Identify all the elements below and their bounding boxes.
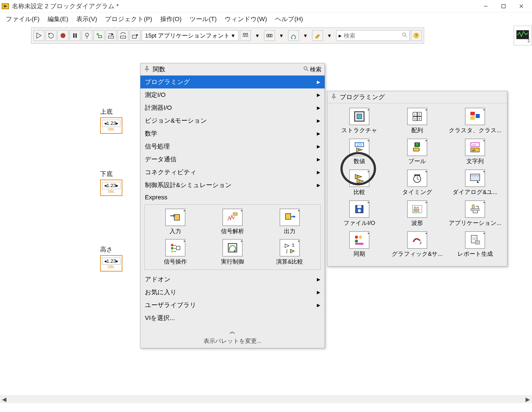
express-arith-compare[interactable]: Σ∫ 演算&比較 xyxy=(261,239,318,266)
search-input[interactable] xyxy=(344,32,400,39)
terminal-height[interactable]: 高さ ◀1.23▸ DBL xyxy=(100,245,125,272)
svg-text:3: 3 xyxy=(414,117,416,120)
block-diagram-canvas[interactable]: 上底 ◀1.23▸ DBL 下底 ◀1.23▸ DBL 高さ ◀1.23▸ DB… xyxy=(0,45,532,403)
menu-edit[interactable]: 編集(E) xyxy=(44,14,72,25)
express-signal-analysis[interactable]: 信号解析 xyxy=(204,209,261,235)
express-signal-manip[interactable]: 信号操作 xyxy=(147,239,204,266)
reorder-dropdown[interactable]: ▾ xyxy=(324,30,335,41)
cat-programming[interactable]: プログラミング▶ xyxy=(140,75,325,88)
pal-numeric[interactable]: 123+数値 xyxy=(330,139,388,165)
align-dropdown[interactable]: ▾ xyxy=(252,30,263,41)
pin-icon[interactable] xyxy=(330,93,337,101)
change-palette-link[interactable]: 表示パレットを変更... xyxy=(204,337,262,345)
cat-measurement-io[interactable]: 測定I/O▶ xyxy=(140,88,325,101)
distribute-dropdown[interactable]: ▾ xyxy=(276,30,287,41)
cleanup-dropdown[interactable]: ▾ xyxy=(300,30,311,41)
cat-control-sim[interactable]: 制御系設計&シミュレーション▶ xyxy=(140,179,325,192)
cat-connectivity[interactable]: コネクティビティ▶ xyxy=(140,166,325,179)
h-scrollbar[interactable]: ◀ ▶ xyxy=(0,395,532,403)
express-subpalette: 入力 信号解析 出力 信号操作 実行制御 Σ∫ 演算&比較 xyxy=(144,204,321,270)
reorder-button[interactable] xyxy=(312,30,323,41)
distribute-button[interactable] xyxy=(264,30,275,41)
search-field[interactable]: ▸ xyxy=(336,30,410,41)
svg-rect-63 xyxy=(470,116,475,120)
menu-window[interactable]: ウィンドウ(W) xyxy=(221,14,271,25)
pal-cluster[interactable]: クラスタ、クラス... xyxy=(446,108,504,134)
step-into-button[interactable] xyxy=(106,30,116,41)
pal-graphics[interactable]: ♪グラフィック&サ... xyxy=(388,231,446,258)
cat-signal-proc[interactable]: 信号処理▶ xyxy=(140,140,325,153)
pause-button[interactable] xyxy=(70,30,80,41)
chevron-right-icon: ▶ xyxy=(317,302,320,308)
terminal-upper-base[interactable]: 上底 ◀1.23▸ DBL xyxy=(100,108,125,134)
pal-waveform[interactable]: 波形 xyxy=(388,201,446,227)
maximize-button[interactable] xyxy=(495,0,513,12)
run-button[interactable] xyxy=(34,30,44,41)
cleanup-button[interactable] xyxy=(288,30,299,41)
svg-marker-15 xyxy=(112,33,114,36)
highlight-exec-button[interactable] xyxy=(82,30,92,41)
cat-math[interactable]: 数学▶ xyxy=(140,127,325,140)
font-selector[interactable]: 15pt アプリケーションフォント ▾ xyxy=(142,30,239,41)
menu-project[interactable]: プロジェクト(P) xyxy=(101,14,156,25)
pal-boolean[interactable]: Tブール xyxy=(388,139,446,165)
toolbar: 15pt アプリケーションフォント ▾ ▾ ▾ ▾ ▾ ▸ ? xyxy=(31,27,424,44)
express-output-icon xyxy=(280,209,300,226)
step-over-button[interactable] xyxy=(118,30,128,41)
scroll-right-button[interactable]: ▶ xyxy=(524,396,531,403)
chevron-right-icon: ▶ xyxy=(317,183,320,188)
cat-vision-motion[interactable]: ビジョン&モーション▶ xyxy=(140,114,325,127)
svg-rect-44 xyxy=(176,246,180,250)
minimize-button[interactable] xyxy=(477,0,495,12)
palette-search[interactable]: 検索 xyxy=(303,65,322,73)
retain-wire-button[interactable] xyxy=(94,30,104,41)
menu-view[interactable]: 表示(V) xyxy=(72,14,101,25)
express-input[interactable]: 入力 xyxy=(147,209,204,235)
subpalette-header: プログラミング xyxy=(327,91,507,103)
svg-text:∫: ∫ xyxy=(286,249,288,253)
array-icon: 1234 xyxy=(407,108,427,125)
pal-sync[interactable]: 同期 xyxy=(330,231,388,258)
abort-button[interactable] xyxy=(58,30,68,41)
svg-rect-82 xyxy=(414,174,420,176)
scroll-left-button[interactable]: ◀ xyxy=(1,396,8,403)
svg-marker-19 xyxy=(136,34,138,37)
pal-comparison[interactable]: =>比較 xyxy=(330,170,388,196)
vi-icon[interactable]: 2 xyxy=(514,26,532,45)
menu-tools[interactable]: ツール(T) xyxy=(186,14,221,25)
menu-file[interactable]: ファイル(F) xyxy=(2,14,44,25)
cat-user-lib[interactable]: ユーザライブラリ▶ xyxy=(140,299,325,311)
terminal-lower-base[interactable]: 下底 ◀1.23▸ DBL xyxy=(100,170,125,196)
pal-string[interactable]: abcaA文字列 xyxy=(446,139,504,165)
cat-addons[interactable]: アドオン▶ xyxy=(140,273,325,286)
cat-favorites[interactable]: お気に入り▶ xyxy=(140,286,325,299)
pal-dialog[interactable]: ダイアログ&ユ... xyxy=(446,170,504,196)
align-button[interactable] xyxy=(240,30,251,41)
chevrons-up-icon[interactable]: ︽ xyxy=(230,328,235,335)
svg-line-35 xyxy=(307,69,308,71)
cat-express[interactable]: Express xyxy=(140,192,325,203)
cat-data-comm[interactable]: データ通信▶ xyxy=(140,153,325,166)
help-button[interactable]: ? xyxy=(411,30,422,41)
pal-structures[interactable]: ストラクチャ xyxy=(330,108,388,134)
menu-help[interactable]: ヘルプ(H) xyxy=(271,14,307,25)
cat-select-vi[interactable]: VIを選択... xyxy=(140,311,325,324)
pal-report[interactable]: レポート生成 xyxy=(446,231,504,258)
run-continuous-button[interactable] xyxy=(46,30,56,41)
svg-rect-62 xyxy=(470,112,475,115)
menu-operate[interactable]: 操作(O) xyxy=(156,14,186,25)
pal-application[interactable]: アプリケーション... xyxy=(446,201,504,227)
svg-rect-16 xyxy=(108,36,114,38)
numeric-icon: 123+ xyxy=(349,139,369,156)
express-output[interactable]: 出力 xyxy=(261,209,318,235)
express-exec-control[interactable]: 実行制御 xyxy=(204,239,261,266)
pin-icon[interactable] xyxy=(143,65,150,73)
pal-file-io[interactable]: ファイルI/O xyxy=(330,201,388,227)
express-input-icon xyxy=(165,209,185,226)
app-icon xyxy=(2,3,9,10)
pal-array[interactable]: 1234配列 xyxy=(388,108,446,134)
step-out-button[interactable] xyxy=(130,30,140,41)
close-button[interactable] xyxy=(513,0,530,12)
cat-instrument-io[interactable]: 計測器I/O▶ xyxy=(140,101,325,114)
pal-timing[interactable]: タイミング xyxy=(388,170,446,196)
